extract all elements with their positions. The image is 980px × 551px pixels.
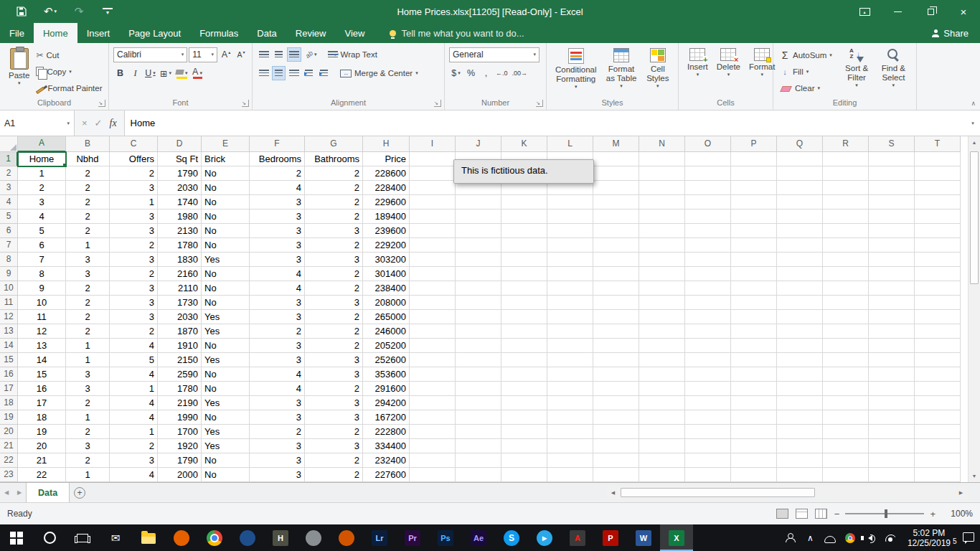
cell-G12[interactable]: 2	[305, 310, 363, 324]
cell-E5[interactable]: No	[202, 209, 250, 224]
number-dialog-launcher[interactable]: ↘	[536, 100, 543, 107]
clear-button[interactable]: Clear▾	[778, 80, 838, 95]
cell-R19[interactable]	[823, 410, 869, 425]
cell-C20[interactable]: 1	[110, 425, 158, 439]
cell-C16[interactable]: 4	[110, 367, 158, 382]
cell-F18[interactable]: 3	[250, 396, 305, 410]
cell-Q2[interactable]	[777, 166, 823, 181]
cell-B15[interactable]: 1	[66, 353, 110, 367]
cell-N3[interactable]	[639, 181, 685, 195]
cell-F17[interactable]: 4	[250, 382, 305, 396]
cell-P20[interactable]	[731, 425, 777, 439]
cell-S18[interactable]	[869, 396, 915, 410]
cell-O11[interactable]	[685, 296, 731, 310]
cell-R15[interactable]	[823, 353, 869, 367]
cell-E14[interactable]: No	[202, 339, 250, 353]
cell-K6[interactable]	[501, 224, 547, 238]
cell-G15[interactable]: 3	[305, 353, 363, 367]
cell-H16[interactable]: 353600	[363, 367, 410, 382]
cell-A16[interactable]: 15	[18, 367, 66, 382]
cell-P22[interactable]	[731, 453, 777, 468]
cell-N14[interactable]	[639, 339, 685, 353]
cell-C9[interactable]: 2	[110, 267, 158, 281]
expand-formula-bar-button[interactable]: ▾	[966, 110, 980, 136]
cell-R4[interactable]	[823, 195, 869, 209]
ribbon-tab-data[interactable]: Data	[248, 23, 286, 43]
cell-D2[interactable]: 1790	[158, 166, 202, 181]
font-dialog-launcher[interactable]: ↘	[242, 100, 249, 107]
cell-S17[interactable]	[869, 382, 915, 396]
cell-M21[interactable]	[593, 439, 639, 453]
people-icon[interactable]	[784, 532, 796, 544]
taskbar-skype-button[interactable]: S	[495, 524, 528, 551]
cell-Q5[interactable]	[777, 209, 823, 224]
bold-button[interactable]: B	[113, 66, 127, 80]
cell-J17[interactable]	[456, 382, 501, 396]
cell-R1[interactable]	[823, 152, 869, 166]
cell-Q23[interactable]	[777, 468, 823, 482]
cell-J15[interactable]	[456, 353, 501, 367]
cell-H5[interactable]: 189400	[363, 209, 410, 224]
cell-P4[interactable]	[731, 195, 777, 209]
cell-H6[interactable]: 239600	[363, 224, 410, 238]
cell-F16[interactable]: 4	[250, 367, 305, 382]
cell-T20[interactable]	[915, 425, 961, 439]
cell-H11[interactable]: 208000	[363, 296, 410, 310]
cell-I18[interactable]	[410, 396, 456, 410]
cell-I4[interactable]	[410, 195, 456, 209]
cell-H4[interactable]: 229600	[363, 195, 410, 209]
cell-A22[interactable]: 21	[18, 453, 66, 468]
hidden-icons-chevron[interactable]: ∧	[804, 532, 816, 544]
cell-E19[interactable]: No	[202, 410, 250, 425]
cell-J18[interactable]	[456, 396, 501, 410]
cell-R18[interactable]	[823, 396, 869, 410]
cell-C2[interactable]: 2	[110, 166, 158, 181]
row-header-2[interactable]: 2	[0, 166, 18, 181]
cell-O20[interactable]	[685, 425, 731, 439]
cell-B2[interactable]: 2	[66, 166, 110, 181]
cell-S6[interactable]	[869, 224, 915, 238]
cell-I22[interactable]	[410, 453, 456, 468]
normal-view-button[interactable]	[776, 509, 788, 519]
cell-A15[interactable]: 14	[18, 353, 66, 367]
cell-Q14[interactable]	[777, 339, 823, 353]
cell-A10[interactable]: 9	[18, 281, 66, 296]
alignment-dialog-launcher[interactable]: ↘	[434, 100, 441, 107]
cell-T17[interactable]	[915, 382, 961, 396]
decrease-indent-button[interactable]	[302, 66, 316, 80]
borders-button[interactable]: ⊞▾	[159, 66, 173, 80]
decrease-decimal-button[interactable]: .00→	[511, 66, 529, 80]
cell-G13[interactable]: 2	[305, 324, 363, 339]
cell-T12[interactable]	[915, 310, 961, 324]
cell-Q15[interactable]	[777, 353, 823, 367]
cell-B7[interactable]: 1	[66, 238, 110, 253]
cell-J13[interactable]	[456, 324, 501, 339]
cell-H14[interactable]: 205200	[363, 339, 410, 353]
cell-N13[interactable]	[639, 324, 685, 339]
wrap-text-button[interactable]: Wrap Text	[326, 47, 380, 62]
page-layout-view-button[interactable]	[796, 509, 808, 519]
cell-D10[interactable]: 2110	[158, 281, 202, 296]
cell-K17[interactable]	[501, 382, 547, 396]
cell-F12[interactable]: 3	[250, 310, 305, 324]
autosum-button[interactable]: ΣAutoSum▾	[778, 47, 838, 62]
ribbon-tab-formulas[interactable]: Formulas	[190, 23, 248, 43]
cell-A13[interactable]: 12	[18, 324, 66, 339]
cell-B6[interactable]: 2	[66, 224, 110, 238]
cell-Q22[interactable]	[777, 453, 823, 468]
cell-T23[interactable]	[915, 468, 961, 482]
cell-N15[interactable]	[639, 353, 685, 367]
cell-T7[interactable]	[915, 238, 961, 253]
cell-R9[interactable]	[823, 267, 869, 281]
ribbon-tab-review[interactable]: Review	[286, 23, 336, 43]
decrease-font-size-button[interactable]: A▾	[234, 47, 248, 62]
cell-K22[interactable]	[501, 453, 547, 468]
row-header-14[interactable]: 14	[0, 339, 18, 353]
cell-H15[interactable]: 252600	[363, 353, 410, 367]
cell-D15[interactable]: 2150	[158, 353, 202, 367]
cell-C23[interactable]: 4	[110, 468, 158, 482]
percent-style-button[interactable]: %	[464, 66, 478, 80]
cell-E4[interactable]: No	[202, 195, 250, 209]
row-header-21[interactable]: 21	[0, 439, 18, 453]
cell-K21[interactable]	[501, 439, 547, 453]
